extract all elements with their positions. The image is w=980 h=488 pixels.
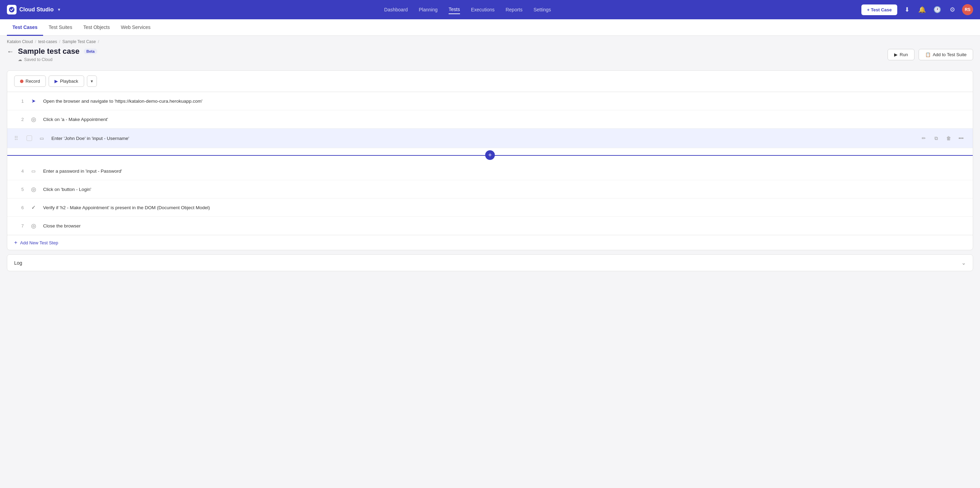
step-actions: ✏ ⧉ 🗑 •••	[919, 134, 966, 143]
new-test-button[interactable]: + Test Case	[861, 5, 897, 15]
table-row: 7 ◎ Close the browser	[7, 217, 973, 235]
step-number: 1	[14, 99, 24, 104]
page-header-right: ▶ Run 📋 Add to Test Suite	[888, 49, 973, 60]
beta-badge: Beta	[84, 49, 98, 54]
click-icon: ◎	[29, 185, 38, 193]
avatar[interactable]: RS	[962, 4, 973, 15]
breadcrumb-sep-2: /	[59, 39, 60, 44]
nav-dashboard[interactable]: Dashboard	[384, 5, 408, 14]
nav-planning[interactable]: Planning	[419, 5, 438, 14]
step-text: Close the browser	[43, 223, 966, 229]
step-number: 6	[14, 205, 24, 210]
tab-test-suites[interactable]: Test Suites	[43, 20, 78, 36]
step-number: 7	[14, 223, 24, 229]
record-label: Record	[25, 79, 40, 84]
record-button[interactable]: Record	[14, 75, 46, 87]
tab-test-objects[interactable]: Test Objects	[78, 20, 115, 36]
table-row: ⠿ ▭ Enter 'John Doe' in 'input - Usernam…	[7, 129, 973, 148]
input-icon: ▭	[38, 134, 46, 142]
nav-links: Dashboard Planning Tests Executions Repo…	[74, 5, 862, 14]
add-step-label: Add New Test Step	[20, 240, 58, 245]
breadcrumb: Katalon Cloud / test-cases / Sample Test…	[0, 36, 980, 46]
suite-icon: 📋	[925, 52, 931, 57]
page-title: Sample test case	[18, 47, 80, 56]
nav-tests[interactable]: Tests	[449, 5, 460, 14]
nav-settings[interactable]: Settings	[533, 5, 551, 14]
navigate-icon: ➤	[29, 97, 38, 105]
add-icon: +	[14, 240, 17, 246]
tabs-bar: Test Cases Test Suites Test Objects Web …	[0, 19, 980, 36]
cloud-icon: ☁	[18, 57, 22, 62]
log-title: Log	[14, 260, 22, 266]
log-chevron-icon[interactable]: ⌄	[961, 259, 966, 266]
download-icon[interactable]: ⬇	[901, 4, 912, 15]
logo-chevron-icon[interactable]: ▾	[58, 7, 60, 12]
playback-label: Playback	[60, 79, 78, 84]
page-title-row: ← Sample test case Beta	[7, 47, 97, 56]
history-icon[interactable]: 🕐	[932, 4, 943, 15]
test-editor-toolbar: Record ▶ Playback ▾	[7, 71, 973, 92]
settings-icon[interactable]: ⚙	[947, 4, 958, 15]
logo-icon	[7, 5, 17, 14]
record-dot-icon	[20, 79, 24, 83]
step-text: Click on 'a - Make Appointment'	[43, 117, 966, 122]
play-icon: ▶	[894, 52, 897, 57]
breadcrumb-sep-1: /	[35, 39, 36, 44]
click-icon: ◎	[29, 115, 38, 123]
back-button[interactable]: ←	[7, 48, 14, 56]
delete-step-button[interactable]: 🗑	[944, 134, 953, 143]
table-row: 6 ✓ Verify if 'h2 - Make Appointment' is…	[7, 199, 973, 217]
log-header[interactable]: Log ⌄	[7, 255, 973, 271]
verify-icon: ✓	[29, 203, 38, 211]
logo[interactable]: Cloud Studio ▾	[7, 5, 60, 14]
table-row: 2 ◎ Click on 'a - Make Appointment'	[7, 110, 973, 129]
top-navigation: Cloud Studio ▾ Dashboard Planning Tests …	[0, 0, 980, 19]
run-button[interactable]: ▶ Run	[888, 49, 915, 60]
breadcrumb-sep-3: /	[98, 39, 99, 44]
edit-step-button[interactable]: ✏	[919, 134, 929, 143]
copy-step-button[interactable]: ⧉	[931, 134, 941, 143]
test-editor: Record ▶ Playback ▾ 1 ➤ Open the browser…	[7, 70, 973, 250]
logo-text: Cloud Studio	[19, 6, 54, 13]
step-number: 2	[14, 117, 24, 122]
table-row: 4 ▭ Enter a password in 'input - Passwor…	[7, 162, 973, 180]
nav-executions[interactable]: Executions	[471, 5, 495, 14]
step-number: 4	[14, 168, 24, 174]
nav-reports[interactable]: Reports	[506, 5, 522, 14]
breadcrumb-item-1[interactable]: Katalon Cloud	[7, 39, 33, 44]
add-suite-label: Add to Test Suite	[933, 52, 967, 57]
table-row: 1 ➤ Open the browser and navigate to 'ht…	[7, 92, 973, 110]
step-text: Click on 'button - Login'	[43, 187, 966, 192]
tab-web-services[interactable]: Web Services	[115, 20, 156, 36]
step-text: Open the browser and navigate to 'https:…	[43, 99, 966, 104]
drag-handle-icon[interactable]: ⠿	[14, 135, 21, 141]
main-content: Record ▶ Playback ▾ 1 ➤ Open the browser…	[0, 65, 980, 277]
breadcrumb-item-3[interactable]: Sample Test Case	[62, 39, 96, 44]
add-to-suite-button[interactable]: 📋 Add to Test Suite	[919, 49, 973, 60]
run-label: Run	[900, 52, 908, 57]
step-checkbox[interactable]	[27, 135, 32, 141]
step-text: Verify if 'h2 - Make Appointment' is pre…	[43, 205, 966, 210]
table-row: 5 ◎ Click on 'button - Login'	[7, 180, 973, 199]
steps-list: 1 ➤ Open the browser and navigate to 'ht…	[7, 92, 973, 250]
toolbar-dropdown-button[interactable]: ▾	[87, 75, 97, 87]
svg-point-0	[9, 7, 14, 13]
breadcrumb-item-2[interactable]: test-cases	[38, 39, 57, 44]
topnav-actions: + Test Case ⬇ 🔔 🕐 ⚙ RS	[861, 4, 973, 15]
step-text: Enter 'John Doe' in 'input - Username'	[51, 136, 913, 141]
saved-label: Saved to Cloud	[24, 57, 52, 62]
step-text: Enter a password in 'input - Password'	[43, 168, 966, 174]
more-step-button[interactable]: •••	[956, 134, 966, 143]
input-icon: ▭	[29, 167, 38, 175]
playback-button[interactable]: ▶ Playback	[49, 75, 84, 87]
add-step-divider: +	[7, 148, 973, 162]
log-panel: Log ⌄	[7, 254, 973, 271]
insert-step-button[interactable]: +	[485, 150, 495, 160]
play-icon: ▶	[54, 79, 58, 84]
notifications-icon[interactable]: 🔔	[916, 4, 928, 15]
page-header: ← Sample test case Beta ☁ Saved to Cloud…	[0, 46, 980, 65]
step-number: 5	[14, 187, 24, 192]
page-header-left: ← Sample test case Beta ☁ Saved to Cloud	[7, 47, 97, 62]
tab-test-cases[interactable]: Test Cases	[7, 20, 43, 36]
add-new-test-step-button[interactable]: + Add New Test Step	[7, 235, 973, 250]
